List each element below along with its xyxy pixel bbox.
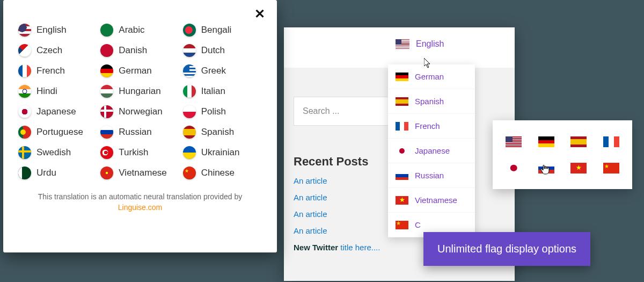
flag-option[interactable] bbox=[603, 163, 619, 173]
language-label: French bbox=[36, 66, 65, 76]
language-option[interactable]: Arabic bbox=[100, 23, 179, 38]
flag-icon bbox=[18, 146, 31, 159]
flag-icon bbox=[396, 171, 408, 180]
dropdown-item[interactable]: German bbox=[388, 64, 475, 89]
flag-icon bbox=[183, 85, 196, 98]
language-option[interactable]: Chinese bbox=[183, 165, 262, 180]
language-option[interactable]: Vietnamese bbox=[100, 165, 179, 180]
flag-icon bbox=[100, 44, 113, 57]
language-label: Japanese bbox=[36, 106, 76, 117]
close-icon[interactable]: ✕ bbox=[254, 8, 265, 20]
flag-icon bbox=[396, 122, 408, 131]
flag-icon bbox=[100, 64, 113, 77]
language-option[interactable]: Greek bbox=[183, 63, 262, 78]
language-option[interactable]: Japanese bbox=[18, 104, 97, 119]
language-label: English bbox=[36, 25, 67, 35]
provider-link[interactable]: Linguise.com bbox=[18, 203, 262, 212]
flag-icon bbox=[183, 126, 196, 139]
language-option[interactable]: Ukrainian bbox=[183, 145, 262, 160]
flag-icon bbox=[183, 167, 196, 179]
dropdown-item[interactable]: Japanese bbox=[388, 139, 475, 163]
flag-icon bbox=[396, 97, 408, 106]
language-label: Vietnamese bbox=[415, 196, 457, 205]
language-label: Hindi bbox=[36, 86, 57, 97]
language-label: Vietnamese bbox=[119, 168, 166, 178]
flag-option[interactable] bbox=[538, 163, 554, 173]
language-dropdown-trigger[interactable]: English bbox=[396, 39, 444, 49]
flag-icon bbox=[100, 24, 113, 37]
flag-option[interactable] bbox=[506, 136, 522, 147]
flag-icon bbox=[183, 146, 196, 159]
flag-icon bbox=[18, 64, 31, 77]
flag-option[interactable] bbox=[603, 136, 619, 147]
language-label: Polish bbox=[201, 106, 226, 117]
language-popup: ✕ EnglishArabicBengaliCzechDanishDutchFr… bbox=[3, 0, 277, 252]
language-option[interactable]: Urdu bbox=[18, 165, 97, 180]
flag-icon bbox=[100, 126, 113, 139]
language-dropdown: GermanSpanishFrenchJapaneseRussianVietna… bbox=[388, 64, 475, 237]
language-option[interactable]: Polish bbox=[183, 104, 262, 119]
flag-icon bbox=[183, 105, 196, 118]
language-option[interactable]: Bengali bbox=[183, 23, 262, 38]
dropdown-item[interactable]: Vietnamese bbox=[388, 188, 475, 213]
language-label: Chinese bbox=[201, 168, 235, 178]
language-label: Japanese bbox=[415, 146, 450, 155]
flag-icon bbox=[396, 73, 408, 81]
flag-icon bbox=[396, 221, 408, 229]
flag-option[interactable] bbox=[506, 163, 522, 173]
dropdown-item[interactable]: French bbox=[388, 114, 475, 139]
language-label: Czech bbox=[36, 45, 62, 56]
flag-option[interactable] bbox=[570, 136, 587, 147]
language-label: German bbox=[415, 72, 444, 81]
flag-icon bbox=[183, 44, 196, 57]
language-option[interactable]: Turkish bbox=[100, 145, 179, 160]
language-option[interactable]: Hindi bbox=[18, 84, 97, 99]
flag-icon bbox=[100, 146, 113, 159]
language-label: Spanish bbox=[201, 127, 234, 138]
language-label: Spanish bbox=[415, 97, 444, 106]
flag-icon bbox=[100, 167, 113, 179]
dropdown-item[interactable]: Spanish bbox=[388, 89, 475, 114]
flag-icon bbox=[183, 64, 196, 77]
flag-icon bbox=[396, 147, 408, 155]
search-input[interactable]: Search ... bbox=[294, 97, 401, 126]
flag-icon bbox=[18, 167, 31, 179]
language-option[interactable]: Norwegian bbox=[100, 104, 179, 119]
language-label: Arabic bbox=[119, 25, 144, 35]
language-option[interactable]: Spanish bbox=[183, 125, 262, 140]
flag-icon bbox=[396, 196, 408, 205]
language-label: German bbox=[119, 66, 151, 76]
flag-option[interactable] bbox=[538, 136, 554, 147]
language-label: Greek bbox=[201, 66, 226, 76]
language-option[interactable]: Danish bbox=[100, 43, 179, 58]
language-option[interactable]: Czech bbox=[18, 43, 97, 58]
language-label: Norwegian bbox=[119, 106, 162, 117]
language-label: Urdu bbox=[36, 168, 56, 178]
language-option[interactable]: English bbox=[18, 23, 97, 38]
language-option[interactable]: French bbox=[18, 63, 97, 78]
language-label: Swedish bbox=[36, 147, 71, 158]
language-option[interactable]: Italian bbox=[183, 84, 262, 99]
language-option[interactable]: Dutch bbox=[183, 43, 262, 58]
language-option[interactable]: Hungarian bbox=[100, 84, 179, 99]
flag-icon bbox=[18, 105, 31, 118]
language-label: Hungarian bbox=[119, 86, 160, 97]
language-option[interactable]: Russian bbox=[100, 125, 179, 140]
flag-icon bbox=[18, 126, 31, 139]
language-option[interactable]: Swedish bbox=[18, 145, 97, 160]
flag-icon bbox=[18, 85, 31, 98]
flag-icon bbox=[396, 39, 409, 49]
language-label: Russian bbox=[119, 127, 151, 138]
language-label: Bengali bbox=[201, 25, 232, 35]
language-option[interactable]: Portuguese bbox=[18, 125, 97, 140]
language-label: C bbox=[415, 220, 421, 229]
language-option[interactable]: German bbox=[100, 63, 179, 78]
language-label: Italian bbox=[201, 86, 225, 97]
language-label: Russian bbox=[415, 171, 444, 180]
dropdown-item[interactable]: Russian bbox=[388, 163, 475, 188]
flag-icon bbox=[18, 44, 31, 57]
language-label: Turkish bbox=[119, 147, 148, 158]
flag-icon bbox=[100, 85, 113, 98]
tooltip-banner: Unlimited flag display options bbox=[423, 232, 590, 266]
flag-option[interactable] bbox=[570, 163, 587, 173]
